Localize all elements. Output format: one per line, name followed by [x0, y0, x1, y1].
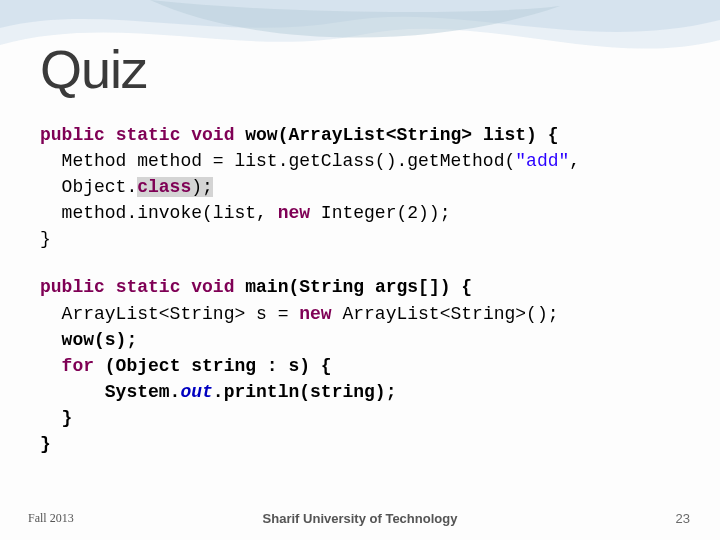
footer-center: Sharif University of Technology [263, 511, 458, 526]
footer-left: Fall 2013 [28, 511, 74, 526]
code-block-2: public static void main(String args[]) {… [40, 274, 680, 457]
slide-title: Quiz [40, 38, 680, 100]
code-block-1: public static void wow(ArrayList<String>… [40, 122, 680, 252]
slide-number: 23 [676, 511, 690, 526]
slide-footer: Fall 2013 Sharif University of Technolog… [0, 511, 720, 526]
slide-content: Quiz public static void wow(ArrayList<St… [0, 0, 720, 457]
